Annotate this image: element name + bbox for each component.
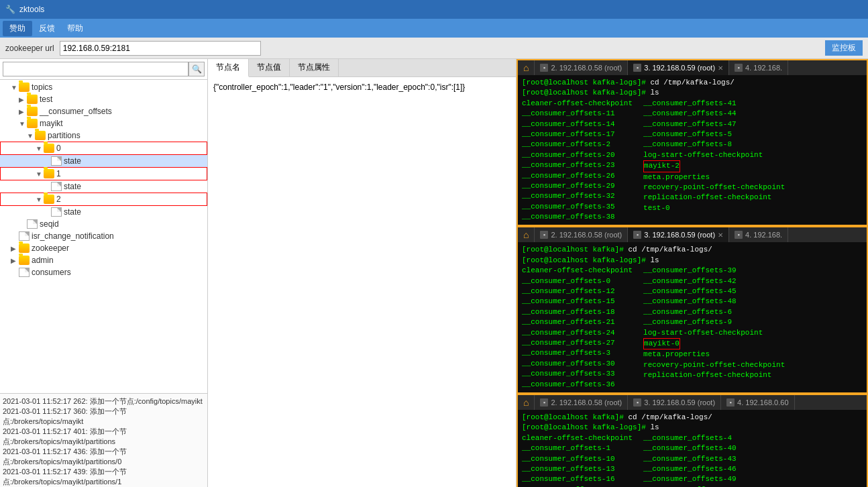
term-col1-item: __consumer_offsets-23 xyxy=(522,160,633,170)
search-button[interactable]: 🔍 xyxy=(188,62,205,76)
terminal-1-tab-0[interactable]: ▪2. 192.168.0.58 (root) xyxy=(535,60,628,75)
tree-item-part2[interactable]: ▼ 2 xyxy=(0,193,207,206)
log-entry: 2021-03-01 11:52:17 360: 添加一个节点:/brokers… xyxy=(3,407,205,427)
toggle-part0[interactable]: ▼ xyxy=(36,145,44,152)
tree-item-state1[interactable]: state xyxy=(0,180,207,193)
folder-icon-part2 xyxy=(44,195,54,204)
monitor-btn[interactable]: 监控板 xyxy=(825,40,863,56)
terminal-2-tab-0[interactable]: ▪2. 192.168.0.58 (root) xyxy=(535,227,628,242)
terminal-3-tab-0[interactable]: ▪2. 192.168.0.58 (root) xyxy=(535,395,628,410)
tree-item-consumer-offsets[interactable]: ▶ __consumer_offsets xyxy=(0,105,207,117)
file-icon-isr xyxy=(19,231,30,241)
term-col1: cleaner-offset-checkpoint__consumer_offs… xyxy=(522,433,633,487)
term-col1-item: __consumer_offsets-27 xyxy=(522,338,633,348)
term-col2-item: __consumer_offsets-41 xyxy=(643,99,785,109)
spacer-isr xyxy=(11,233,19,240)
feedback-menu[interactable]: 反馈 xyxy=(34,21,60,36)
tree-item-seqid[interactable]: seqid xyxy=(0,218,207,230)
terminal-tab-screen-icon: ▪ xyxy=(540,64,548,72)
term-col2-item: __consumer_offsets-42 xyxy=(643,276,785,286)
tree-item-admin[interactable]: ▶ admin xyxy=(0,254,207,266)
spacer-consumers xyxy=(11,269,19,276)
toggle-part1[interactable]: ▼ xyxy=(36,170,44,178)
terminal-tab-label: 3. 192.168.0.59 (root) xyxy=(644,231,715,239)
tree-item-part0[interactable]: ▼ 0 xyxy=(0,142,207,155)
tree-item-mayikt[interactable]: ▼ mayikt xyxy=(0,117,207,129)
terminal-tab-screen-icon: ▪ xyxy=(540,231,548,239)
terminal-2-tab-2[interactable]: ▪4. 192.168. xyxy=(729,227,788,242)
file-icon-state0 xyxy=(51,156,62,166)
help-menu[interactable]: 帮助 xyxy=(62,21,89,36)
terminal-1: ⌂▪2. 192.168.0.58 (root)▪3. 192.168.0.59… xyxy=(517,59,868,226)
toggle-admin[interactable]: ▶ xyxy=(11,257,19,264)
term-prompt-2: [root@localhost kafka-logs]# ls xyxy=(522,88,863,98)
term-col1-item: __consumer_offsets-1 xyxy=(522,443,633,453)
url-label: zookeeper url xyxy=(5,44,54,53)
log-entry: 2021-03-01 11:52:17 262: 添加一个节点:/config/… xyxy=(3,396,205,407)
log-entry: 2021-03-01 11:52:17 436: 添加一个节点:/brokers… xyxy=(3,447,205,467)
tree-item-test[interactable]: ▶ test xyxy=(0,93,207,105)
tab-node-value[interactable]: 节点值 xyxy=(249,59,290,76)
label-state2: state xyxy=(64,207,81,217)
term-col2-item: recovery-point-offset-checkpoint xyxy=(643,360,785,370)
term-col1-item: cleaner-offset-checkpoint xyxy=(522,99,633,109)
term-col2-item: __consumer_offsets-5 xyxy=(643,129,785,140)
toggle-part2[interactable]: ▼ xyxy=(36,196,44,203)
tab-node-name[interactable]: 节点名 xyxy=(208,59,249,77)
app-icon: 🔧 xyxy=(5,5,15,14)
terminal-tab-screen-icon: ▪ xyxy=(735,231,743,239)
terminal-2-tabs: ⌂▪2. 192.168.0.58 (root)▪3. 192.168.0.59… xyxy=(518,227,867,242)
term-col2-item: mayikt-2 xyxy=(643,160,785,172)
toggle-partitions[interactable]: ▼ xyxy=(27,132,35,140)
spacer-state1 xyxy=(43,183,51,191)
term-col1-item: __consumer_offsets-30 xyxy=(522,359,633,369)
tree-item-state0[interactable]: state xyxy=(0,155,207,167)
toggle-test[interactable]: ▶ xyxy=(19,96,27,103)
tree-item-consumers[interactable]: consumers xyxy=(0,266,207,278)
toggle-consumer-offsets[interactable]: ▶ xyxy=(19,108,27,115)
tab-node-props[interactable]: 节点属性 xyxy=(290,59,339,76)
folder-icon-consumer-offsets xyxy=(27,107,38,116)
folder-icon-zookeeper xyxy=(19,243,30,253)
term-col1-item: __consumer_offsets-0 xyxy=(522,276,633,286)
search-input[interactable] xyxy=(3,62,188,76)
term-prompt-1: [root@localhost kafka]# cd /tmp/kafka-lo… xyxy=(522,245,863,255)
url-input[interactable] xyxy=(60,41,261,56)
terminal-1-tab-1[interactable]: ▪3. 192.168.0.59 (root) ✕ xyxy=(628,60,729,75)
terminal-tab-close[interactable]: ✕ xyxy=(718,64,723,72)
tree-item-partitions[interactable]: ▼ partitions xyxy=(0,129,207,142)
term-output: cleaner-offset-checkpoint__consumer_offs… xyxy=(522,266,863,390)
tree-item-state2[interactable]: state xyxy=(0,206,207,218)
terminal-tab-close[interactable]: ✕ xyxy=(718,231,723,239)
terminal-2: ⌂▪2. 192.168.0.58 (root)▪3. 192.168.0.59… xyxy=(517,226,868,393)
label-state1: state xyxy=(64,182,81,191)
tree-item-topics[interactable]: ▼ topics xyxy=(0,81,207,93)
terminal-3-tab-1[interactable]: ▪3. 192.168.0.59 (root) xyxy=(628,395,721,410)
tree-item-zookeeper[interactable]: ▶ zookeeper xyxy=(0,242,207,254)
terminal-3-tab-2[interactable]: ▪4. 192.168.0.60 xyxy=(721,395,794,410)
label-mayikt: mayikt xyxy=(40,119,63,128)
label-consumer-offsets: __consumer_offsets xyxy=(40,107,112,116)
term-col2-item: meta.properties xyxy=(643,172,785,182)
toggle-zookeeper[interactable]: ▶ xyxy=(11,245,19,252)
terminal-home-icon[interactable]: ⌂ xyxy=(518,395,535,410)
main-layout: 🔍 ▼ topics ▶ test ▶ __consumer_offsets xyxy=(0,59,868,487)
toggle-topics[interactable]: ▼ xyxy=(11,84,19,91)
file-icon-consumers xyxy=(19,268,30,277)
term-col2-item: __consumer_offsets-46 xyxy=(643,464,785,474)
toggle-mayikt[interactable]: ▼ xyxy=(19,120,27,127)
app-title: zktools xyxy=(19,5,44,14)
tree-item-part1[interactable]: ▼ 1 xyxy=(0,167,207,180)
terminal-1-tab-2[interactable]: ▪4. 192.168. xyxy=(729,60,788,75)
tree-panel: ▼ topics ▶ test ▶ __consumer_offsets ▼ m… xyxy=(0,80,207,393)
help-btn[interactable]: 赞助 xyxy=(3,21,32,36)
terminal-tab-screen-icon: ▪ xyxy=(633,231,641,239)
file-icon-seqid xyxy=(27,219,38,229)
term-col2-item: test-0 xyxy=(643,203,785,213)
terminal-home-icon[interactable]: ⌂ xyxy=(518,60,535,75)
terminal-1-body: [root@localhost kafka-logs]# cd /tmp/kaf… xyxy=(518,75,867,225)
term-col2: __consumer_offsets-41__consumer_offsets-… xyxy=(643,99,785,223)
terminal-2-tab-1[interactable]: ▪3. 192.168.0.59 (root) ✕ xyxy=(628,227,729,242)
terminal-home-icon[interactable]: ⌂ xyxy=(518,227,535,242)
tree-item-isr[interactable]: isr_change_notification xyxy=(0,230,207,242)
